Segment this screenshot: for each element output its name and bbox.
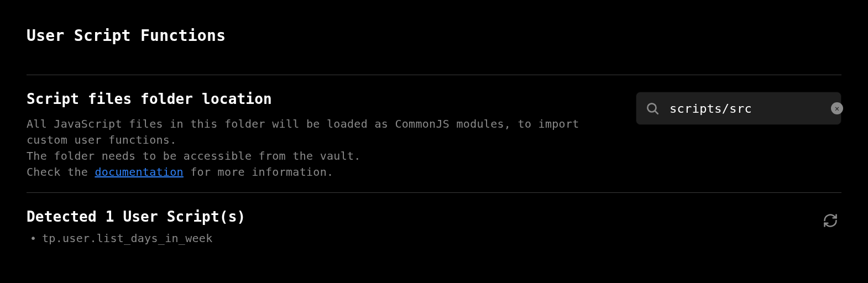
refresh-button[interactable] [823, 213, 838, 228]
setting-description: All JavaScript files in this folder will… [27, 116, 614, 180]
refresh-icon [823, 213, 838, 228]
setting-heading: Script files folder location [27, 91, 614, 107]
script-list: tp.user.list_days_in_week [27, 232, 823, 245]
section-title: User Script Functions [27, 27, 841, 45]
list-item: tp.user.list_days_in_week [27, 232, 823, 245]
desc-text-3-suffix: for more information. [184, 165, 334, 179]
folder-path-input[interactable] [670, 102, 824, 116]
setting-info: Script files folder location All JavaScr… [27, 91, 636, 180]
desc-text-1: All JavaScript files in this folder will… [27, 117, 579, 146]
documentation-link[interactable]: documentation [95, 165, 183, 179]
search-icon [645, 101, 660, 116]
clear-input-button[interactable]: ✕ [831, 102, 843, 114]
detected-info: Detected 1 User Script(s) tp.user.list_d… [27, 208, 823, 245]
setting-row-folder-location: Script files folder location All JavaScr… [27, 75, 841, 192]
desc-text-3-prefix: Check the [27, 165, 95, 179]
folder-search-box[interactable]: ✕ [636, 92, 841, 125]
detected-scripts-row: Detected 1 User Script(s) tp.user.list_d… [27, 193, 841, 245]
detected-heading: Detected 1 User Script(s) [27, 208, 823, 225]
close-icon: ✕ [831, 102, 843, 114]
svg-line-1 [655, 111, 658, 114]
desc-text-2: The folder needs to be accessible from t… [27, 149, 361, 163]
